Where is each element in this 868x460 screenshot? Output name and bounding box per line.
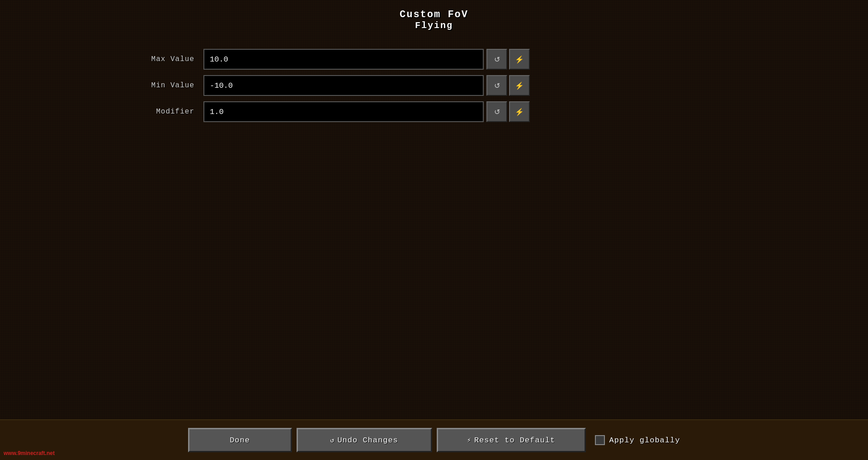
- modifier-label: Modifier: [136, 108, 194, 116]
- max-value-reset-button[interactable]: ⚡: [509, 49, 530, 70]
- reset-icon: ⚡: [467, 436, 472, 445]
- min-value-reset-button[interactable]: ⚡: [509, 75, 530, 96]
- min-value-undo-button[interactable]: ↺: [486, 75, 507, 96]
- bottom-bar: Done ↺ Undo Changes ⚡ Reset to Default A…: [0, 419, 868, 460]
- max-value-undo-button[interactable]: ↺: [486, 49, 507, 70]
- max-value-label: Max Value: [136, 55, 194, 63]
- content-area: Max Value ↺ ⚡ Min Value ↺ ⚡ Modifier ↺ ⚡: [0, 35, 868, 122]
- min-value-input[interactable]: [203, 75, 484, 96]
- undo-changes-label: Undo Changes: [337, 436, 398, 445]
- max-value-input[interactable]: [203, 49, 484, 70]
- apply-globally-wrapper: Apply globally: [595, 435, 680, 445]
- header: Custom FoV Flying: [0, 0, 868, 35]
- apply-globally-checkbox[interactable]: [595, 435, 605, 445]
- min-value-row: Min Value ↺ ⚡: [136, 75, 868, 96]
- modifier-buttons: ↺ ⚡: [486, 101, 530, 122]
- page-title: Custom FoV: [0, 9, 868, 20]
- undo-changes-button[interactable]: ↺ Undo Changes: [297, 428, 432, 452]
- modifier-row: Modifier ↺ ⚡: [136, 101, 868, 122]
- apply-globally-label[interactable]: Apply globally: [609, 436, 680, 445]
- reset-to-default-button[interactable]: ⚡ Reset to Default: [437, 428, 586, 452]
- modifier-undo-button[interactable]: ↺: [486, 101, 507, 122]
- reset-to-default-label: Reset to Default: [474, 436, 555, 445]
- modifier-input[interactable]: [203, 101, 484, 122]
- undo-icon: ↺: [330, 436, 335, 445]
- max-value-row: Max Value ↺ ⚡: [136, 49, 868, 70]
- min-value-label: Min Value: [136, 81, 194, 90]
- page-subtitle: Flying: [0, 20, 868, 31]
- min-value-buttons: ↺ ⚡: [486, 75, 530, 96]
- done-button[interactable]: Done: [188, 428, 292, 452]
- modifier-reset-button[interactable]: ⚡: [509, 101, 530, 122]
- max-value-buttons: ↺ ⚡: [486, 49, 530, 70]
- watermark: www.9minecraft.net: [4, 450, 55, 456]
